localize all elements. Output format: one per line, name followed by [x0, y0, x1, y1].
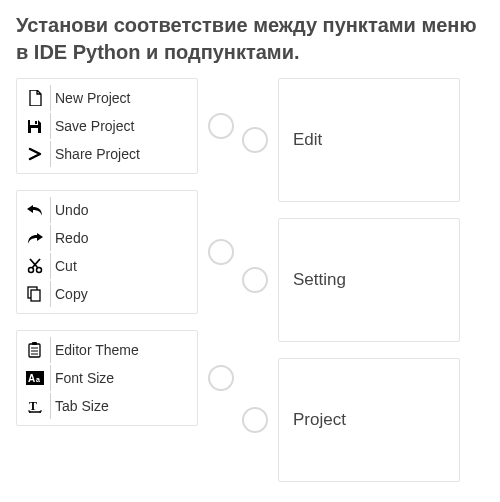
- menu-item-label: Redo: [55, 230, 88, 246]
- menu-item-label: Font Size: [55, 370, 114, 386]
- menu-item-label: Save Project: [55, 118, 134, 134]
- menu-item: Undo: [23, 197, 189, 223]
- save-icon: [23, 113, 51, 139]
- redo-icon: [23, 225, 51, 251]
- menu-item-label: Cut: [55, 258, 77, 274]
- right-card-2[interactable]: Setting: [278, 218, 460, 342]
- right-radio-1[interactable]: [242, 127, 268, 153]
- left-card-3[interactable]: Editor Theme Aa Font Size T Tab Size: [16, 330, 198, 426]
- left-radio-2[interactable]: [208, 239, 234, 265]
- right-column: Edit Setting Project: [242, 78, 460, 482]
- left-radio-1[interactable]: [208, 113, 234, 139]
- menu-item: T Tab Size: [23, 393, 189, 419]
- left-card-wrap-1: New Project Save Project Share Project: [16, 78, 234, 174]
- menu-item: Cut: [23, 253, 189, 279]
- right-radio-2[interactable]: [242, 267, 268, 293]
- fontsize-icon: Aa: [23, 365, 51, 391]
- svg-text:T: T: [29, 399, 37, 413]
- right-card-1[interactable]: Edit: [278, 78, 460, 202]
- menu-item: Copy: [23, 281, 189, 307]
- cut-icon: [23, 253, 51, 279]
- menu-item-label: Editor Theme: [55, 342, 139, 358]
- right-card-wrap-3: Project: [242, 358, 460, 482]
- share-icon: [23, 141, 51, 167]
- right-card-label: Project: [293, 410, 346, 430]
- menu-item-label: New Project: [55, 90, 130, 106]
- menu-item: Editor Theme: [23, 337, 189, 363]
- left-card-wrap-2: Undo Redo Cut: [16, 190, 234, 314]
- left-card-1[interactable]: New Project Save Project Share Project: [16, 78, 198, 174]
- menu-item: Share Project: [23, 141, 189, 167]
- menu-item-label: Copy: [55, 286, 88, 302]
- menu-item: Aa Font Size: [23, 365, 189, 391]
- matching-area: New Project Save Project Share Project: [16, 78, 484, 482]
- file-icon: [23, 85, 51, 111]
- left-card-2[interactable]: Undo Redo Cut: [16, 190, 198, 314]
- undo-icon: [23, 197, 51, 223]
- right-card-wrap-2: Setting: [242, 218, 460, 342]
- clipboard-icon: [23, 337, 51, 363]
- right-card-wrap-1: Edit: [242, 78, 460, 202]
- menu-item: Save Project: [23, 113, 189, 139]
- tabsize-icon: T: [23, 393, 51, 419]
- svg-rect-2: [35, 121, 37, 124]
- svg-text:a: a: [36, 376, 40, 383]
- svg-rect-10: [32, 342, 37, 345]
- svg-rect-1: [31, 128, 38, 133]
- question-title: Установи соответствие между пунктами мен…: [16, 12, 484, 66]
- right-radio-3[interactable]: [242, 407, 268, 433]
- left-card-wrap-3: Editor Theme Aa Font Size T Tab Size: [16, 330, 234, 426]
- right-card-3[interactable]: Project: [278, 358, 460, 482]
- menu-item-label: Undo: [55, 202, 88, 218]
- left-column: New Project Save Project Share Project: [16, 78, 234, 482]
- menu-item: Redo: [23, 225, 189, 251]
- right-card-label: Setting: [293, 270, 346, 290]
- copy-icon: [23, 281, 51, 307]
- svg-text:A: A: [28, 373, 35, 384]
- menu-item-label: Share Project: [55, 146, 140, 162]
- menu-item: New Project: [23, 85, 189, 111]
- menu-item-label: Tab Size: [55, 398, 109, 414]
- left-radio-3[interactable]: [208, 365, 234, 391]
- right-card-label: Edit: [293, 130, 322, 150]
- svg-rect-8: [31, 290, 40, 301]
